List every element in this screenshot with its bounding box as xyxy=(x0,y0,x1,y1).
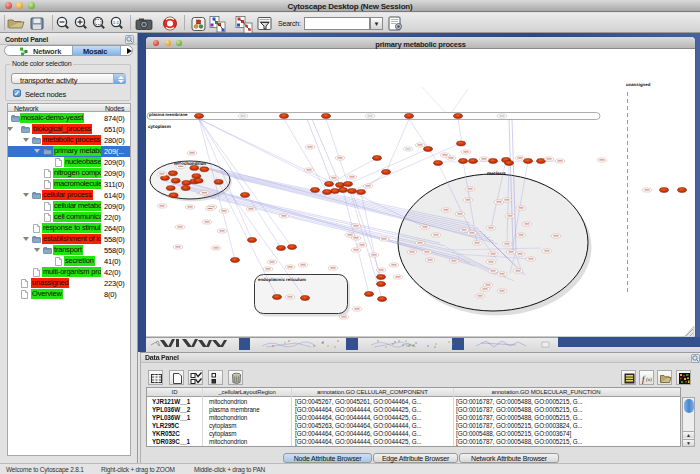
svg-text:endoplasmic reticulum: endoplasmic reticulum xyxy=(258,277,306,282)
svg-text:cytoplasm: cytoplasm xyxy=(148,124,171,129)
svg-text:plasma membrane: plasma membrane xyxy=(149,112,188,117)
svg-text:1:1: 1:1 xyxy=(113,20,120,25)
svg-text:unassigned: unassigned xyxy=(626,82,651,87)
svg-text:(x): (x) xyxy=(646,376,652,382)
